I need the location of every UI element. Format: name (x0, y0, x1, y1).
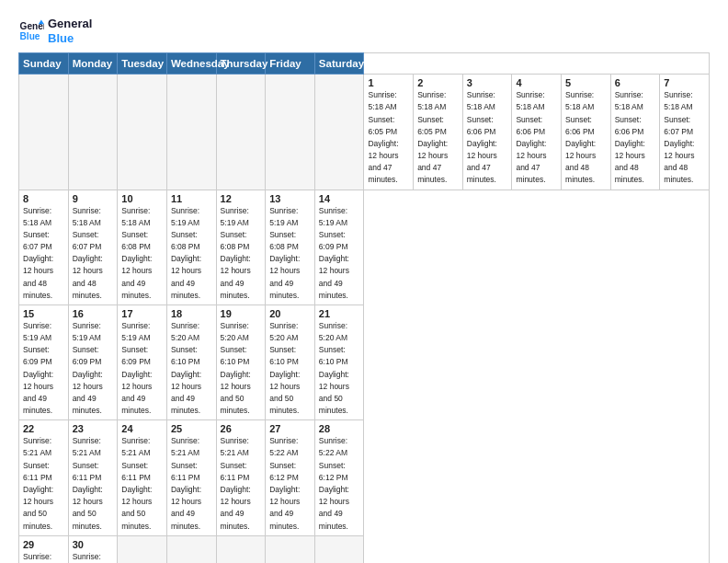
logo-icon: General Blue (18, 18, 44, 44)
day-number: 30 (73, 539, 114, 550)
calendar-header-sunday: Sunday (19, 53, 69, 75)
day-info: Sunrise: 5:20 AMSunset: 6:10 PMDaylight:… (269, 320, 311, 417)
day-number: 8 (23, 193, 64, 204)
day-info: Sunrise: 5:18 AMSunset: 6:07 PMDaylight:… (73, 205, 114, 302)
calendar-cell (314, 75, 364, 190)
calendar-cell: 6Sunrise: 5:18 AMSunset: 6:06 PMDaylight… (610, 75, 660, 190)
calendar-body: 1Sunrise: 5:18 AMSunset: 6:05 PMDaylight… (19, 75, 710, 563)
day-number: 4 (516, 77, 557, 88)
calendar-cell (314, 535, 364, 563)
calendar-cell: 10Sunrise: 5:18 AMSunset: 6:08 PMDayligh… (118, 190, 167, 304)
calendar-cell (166, 75, 216, 190)
header: General Blue General Blue (18, 17, 710, 45)
day-number: 17 (121, 308, 163, 319)
day-number: 18 (171, 308, 212, 319)
calendar-cell: 13Sunrise: 5:19 AMSunset: 6:08 PMDayligh… (266, 190, 315, 304)
calendar-cell (216, 75, 266, 190)
calendar-header-saturday: Saturday (314, 53, 364, 75)
day-info: Sunrise: 5:18 AMSunset: 6:08 PMDaylight:… (121, 205, 163, 302)
day-info: Sunrise: 5:19 AMSunset: 6:08 PMDaylight:… (171, 205, 212, 302)
day-number: 24 (121, 423, 163, 434)
logo: General Blue General Blue (18, 17, 92, 45)
calendar-cell: 11Sunrise: 5:19 AMSunset: 6:08 PMDayligh… (166, 190, 216, 304)
day-info: Sunrise: 5:22 AMSunset: 6:12 PMDaylight:… (73, 551, 114, 563)
calendar-cell (266, 535, 315, 563)
calendar-week-row: 22Sunrise: 5:21 AMSunset: 6:11 PMDayligh… (19, 420, 710, 535)
day-number: 12 (221, 193, 262, 204)
calendar-cell: 18Sunrise: 5:20 AMSunset: 6:10 PMDayligh… (166, 304, 216, 419)
calendar-cell: 20Sunrise: 5:20 AMSunset: 6:10 PMDayligh… (266, 304, 315, 419)
day-info: Sunrise: 5:18 AMSunset: 6:06 PMDaylight:… (565, 89, 607, 186)
day-info: Sunrise: 5:19 AMSunset: 6:09 PMDaylight:… (121, 320, 163, 417)
day-info: Sunrise: 5:18 AMSunset: 6:07 PMDaylight:… (664, 89, 705, 186)
calendar-cell: 14Sunrise: 5:19 AMSunset: 6:09 PMDayligh… (314, 190, 364, 304)
day-number: 15 (23, 308, 64, 319)
day-info: Sunrise: 5:18 AMSunset: 6:05 PMDaylight:… (417, 89, 459, 186)
day-info: Sunrise: 5:21 AMSunset: 6:11 PMDaylight:… (221, 435, 262, 532)
day-info: Sunrise: 5:22 AMSunset: 6:12 PMDaylight:… (23, 551, 64, 563)
calendar-cell (118, 535, 167, 563)
day-info: Sunrise: 5:21 AMSunset: 6:11 PMDaylight:… (73, 435, 114, 532)
calendar-cell: 4Sunrise: 5:18 AMSunset: 6:06 PMDaylight… (512, 75, 562, 190)
calendar-header-friday: Friday (266, 53, 315, 75)
day-info: Sunrise: 5:22 AMSunset: 6:12 PMDaylight:… (269, 435, 311, 532)
day-number: 26 (221, 423, 262, 434)
day-number: 14 (319, 193, 360, 204)
day-info: Sunrise: 5:21 AMSunset: 6:11 PMDaylight:… (171, 435, 212, 532)
day-info: Sunrise: 5:18 AMSunset: 6:06 PMDaylight:… (516, 89, 557, 186)
day-info: Sunrise: 5:21 AMSunset: 6:11 PMDaylight:… (23, 435, 64, 532)
day-number: 23 (73, 423, 114, 434)
day-info: Sunrise: 5:21 AMSunset: 6:11 PMDaylight:… (121, 435, 163, 532)
day-number: 10 (121, 193, 163, 204)
calendar-cell: 7Sunrise: 5:18 AMSunset: 6:07 PMDaylight… (660, 75, 710, 190)
day-number: 3 (467, 77, 508, 88)
calendar-week-row: 15Sunrise: 5:19 AMSunset: 6:09 PMDayligh… (19, 304, 710, 419)
day-info: Sunrise: 5:19 AMSunset: 6:09 PMDaylight:… (319, 205, 360, 302)
calendar-header-tuesday: Tuesday (118, 53, 167, 75)
day-info: Sunrise: 5:20 AMSunset: 6:10 PMDaylight:… (319, 320, 360, 417)
day-info: Sunrise: 5:22 AMSunset: 6:12 PMDaylight:… (319, 435, 360, 532)
calendar-cell: 3Sunrise: 5:18 AMSunset: 6:06 PMDaylight… (462, 75, 512, 190)
calendar-cell: 26Sunrise: 5:21 AMSunset: 6:11 PMDayligh… (216, 420, 266, 535)
calendar-cell: 23Sunrise: 5:21 AMSunset: 6:11 PMDayligh… (68, 420, 118, 535)
calendar-cell: 1Sunrise: 5:18 AMSunset: 6:05 PMDaylight… (364, 75, 414, 190)
day-number: 7 (664, 77, 705, 88)
day-number: 6 (615, 77, 656, 88)
day-number: 28 (319, 423, 360, 434)
day-info: Sunrise: 5:19 AMSunset: 6:09 PMDaylight:… (73, 320, 114, 417)
day-number: 1 (368, 77, 409, 88)
day-number: 2 (417, 77, 459, 88)
day-number: 20 (269, 308, 311, 319)
calendar-cell: 8Sunrise: 5:18 AMSunset: 6:07 PMDaylight… (19, 190, 69, 304)
day-number: 11 (171, 193, 212, 204)
calendar-cell: 22Sunrise: 5:21 AMSunset: 6:11 PMDayligh… (19, 420, 69, 535)
calendar-cell (266, 75, 315, 190)
day-number: 19 (221, 308, 262, 319)
calendar-header-monday: Monday (68, 53, 118, 75)
page: General Blue General Blue SundayMondayTu… (0, 0, 728, 563)
calendar-table: SundayMondayTuesdayWednesdayThursdayFrid… (18, 52, 710, 563)
calendar-cell: 15Sunrise: 5:19 AMSunset: 6:09 PMDayligh… (19, 304, 69, 419)
calendar-cell: 28Sunrise: 5:22 AMSunset: 6:12 PMDayligh… (314, 420, 364, 535)
day-number: 5 (565, 77, 607, 88)
calendar-cell: 19Sunrise: 5:20 AMSunset: 6:10 PMDayligh… (216, 304, 266, 419)
calendar-cell (68, 75, 118, 190)
calendar-cell: 12Sunrise: 5:19 AMSunset: 6:08 PMDayligh… (216, 190, 266, 304)
calendar-week-row: 1Sunrise: 5:18 AMSunset: 6:05 PMDaylight… (19, 75, 710, 190)
day-number: 25 (171, 423, 212, 434)
calendar-header-row: SundayMondayTuesdayWednesdayThursdayFrid… (19, 53, 710, 75)
day-number: 9 (73, 193, 114, 204)
calendar-cell: 29Sunrise: 5:22 AMSunset: 6:12 PMDayligh… (19, 535, 69, 563)
calendar-week-row: 8Sunrise: 5:18 AMSunset: 6:07 PMDaylight… (19, 190, 710, 304)
day-number: 13 (269, 193, 311, 204)
calendar-cell (118, 75, 167, 190)
day-number: 22 (23, 423, 64, 434)
calendar-cell: 30Sunrise: 5:22 AMSunset: 6:12 PMDayligh… (68, 535, 118, 563)
day-info: Sunrise: 5:18 AMSunset: 6:06 PMDaylight:… (615, 89, 656, 186)
day-info: Sunrise: 5:20 AMSunset: 6:10 PMDaylight:… (221, 320, 262, 417)
day-info: Sunrise: 5:18 AMSunset: 6:06 PMDaylight:… (467, 89, 508, 186)
calendar-cell: 27Sunrise: 5:22 AMSunset: 6:12 PMDayligh… (266, 420, 315, 535)
logo-text: General Blue (48, 17, 92, 45)
calendar-cell: 2Sunrise: 5:18 AMSunset: 6:05 PMDaylight… (414, 75, 463, 190)
day-info: Sunrise: 5:19 AMSunset: 6:08 PMDaylight:… (269, 205, 311, 302)
